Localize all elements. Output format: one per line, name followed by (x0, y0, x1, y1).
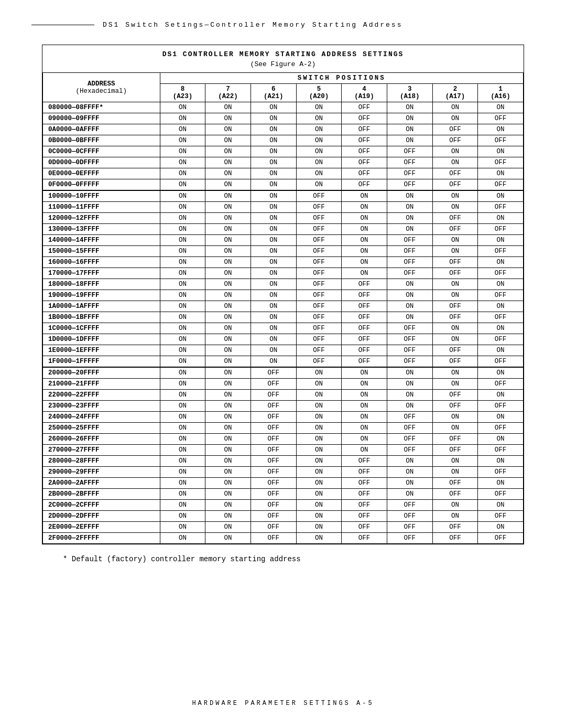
switch-val-row39-col4: OFF (342, 533, 387, 544)
table-row: 140000—14FFFFONONONOFFONOFFONON (43, 235, 524, 246)
table-row: 2F0000—2FFFFFONONOFFONOFFOFFOFFOFF (43, 533, 524, 544)
switch-val-row12-col1: ON (205, 235, 251, 246)
switch-val-row38-col2: OFF (251, 522, 296, 533)
switch-val-row6-col2: ON (251, 168, 296, 179)
switch-val-row32-col2: OFF (251, 456, 296, 467)
switch-val-row34-col6: OFF (432, 478, 478, 489)
table-row: 210000—21FFFFONONOFFONONONONOFF (43, 379, 524, 390)
switch-val-row19-col5: ON (387, 312, 432, 323)
switch-val-row19-col6: OFF (432, 312, 478, 323)
switch-val-row26-col3: ON (296, 390, 342, 401)
switch-val-row30-col2: OFF (251, 434, 296, 445)
switch-val-row30-col6: OFF (432, 434, 478, 445)
switch-val-row12-col0: ON (160, 235, 205, 246)
table-row: 100000—10FFFFONONONOFFONONONON (43, 190, 524, 202)
table-row: 0A0000—0AFFFFONONONONOFFONOFFON (43, 124, 524, 135)
switch-val-row7-col7: OFF (478, 179, 524, 191)
switch-val-row22-col2: ON (251, 345, 296, 356)
table-row: 220000—22FFFFONONOFFONONONOFFON (43, 390, 524, 401)
table-row: 0B0000—0BFFFFONONONONOFFONOFFOFF (43, 135, 524, 146)
switch-val-row24-col3: ON (296, 367, 342, 379)
switch-val-row28-col1: ON (205, 412, 251, 423)
switch-val-row25-col7: OFF (478, 379, 524, 390)
switch-val-row15-col6: OFF (432, 268, 478, 279)
switch-val-row5-col2: ON (251, 157, 296, 168)
switch-val-row5-col3: ON (296, 157, 342, 168)
address-cell: 290000—29FFFF (43, 467, 160, 478)
switch-val-row6-col4: OFF (342, 168, 387, 179)
switch-val-row20-col4: OFF (342, 323, 387, 334)
switch-val-row8-col2: ON (251, 190, 296, 202)
table-row: 090000—09FFFFONONONONOFFONONOFF (43, 113, 524, 124)
switch-val-row29-col3: ON (296, 423, 342, 434)
switch-val-row15-col5: OFF (387, 268, 432, 279)
switch-val-row14-col5: OFF (387, 257, 432, 268)
switch-val-row34-col7: ON (478, 478, 524, 489)
table-row: 2B0000—2BFFFFONONOFFONOFFONOFFOFF (43, 489, 524, 500)
switch-val-row32-col6: ON (432, 456, 478, 467)
switch-val-row0-col3: ON (296, 102, 342, 113)
switch-val-row4-col6: ON (432, 146, 478, 157)
table-row: 2E0000—2EFFFFONONOFFONOFFOFFOFFON (43, 522, 524, 533)
address-cell: 0B0000—0BFFFF (43, 135, 160, 146)
switch-val-row6-col6: OFF (432, 168, 478, 179)
switch-val-row39-col3: ON (296, 533, 342, 544)
switch-val-row37-col5: OFF (387, 511, 432, 522)
switch-val-row3-col5: ON (387, 135, 432, 146)
switch-val-row17-col7: OFF (478, 290, 524, 301)
switch-val-row39-col5: OFF (387, 533, 432, 544)
table-row: 120000—12FFFFONONONOFFONONOFFON (43, 213, 524, 224)
switch-val-row19-col4: OFF (342, 312, 387, 323)
table-row: 240000—24FFFFONONOFFONONOFFONON (43, 412, 524, 423)
switch-val-row4-col2: ON (251, 146, 296, 157)
switch-val-row6-col7: ON (478, 168, 524, 179)
switch-val-row6-col3: ON (296, 168, 342, 179)
switch-val-row33-col1: ON (205, 467, 251, 478)
address-cell: 120000—12FFFF (43, 213, 160, 224)
switch-val-row12-col3: OFF (296, 235, 342, 246)
switch-val-row34-col3: ON (296, 478, 342, 489)
switch-val-row28-col3: ON (296, 412, 342, 423)
switch-val-row20-col5: OFF (387, 323, 432, 334)
switch-val-row22-col1: ON (205, 345, 251, 356)
switch-val-row37-col6: ON (432, 511, 478, 522)
address-cell: 2E0000—2EFFFF (43, 522, 160, 533)
table-row: 1C0000—1CFFFFONONONOFFOFFOFFONON (43, 323, 524, 334)
address-cell: 100000—10FFFF (43, 190, 160, 202)
switch-val-row7-col6: OFF (432, 179, 478, 191)
address-cell: 220000—22FFFF (43, 390, 160, 401)
switch-val-row33-col5: ON (387, 467, 432, 478)
switch-val-row17-col5: ON (387, 290, 432, 301)
address-cell: 200000—20FFFF (43, 367, 160, 379)
switch-val-row13-col6: ON (432, 246, 478, 257)
switch-val-row1-col5: ON (387, 113, 432, 124)
switch-val-row28-col4: ON (342, 412, 387, 423)
switch-val-row19-col3: OFF (296, 312, 342, 323)
switch-val-row10-col2: ON (251, 213, 296, 224)
switch-val-row13-col0: ON (160, 246, 205, 257)
switch-val-row10-col7: ON (478, 213, 524, 224)
table-row: 200000—20FFFFONONOFFONONONONON (43, 367, 524, 379)
switch-val-row22-col0: ON (160, 345, 205, 356)
switch-val-row35-col6: OFF (432, 489, 478, 500)
header-line (31, 25, 94, 25)
switch-val-row16-col0: ON (160, 279, 205, 290)
switch-val-row27-col2: OFF (251, 401, 296, 412)
switch-val-row33-col0: ON (160, 467, 205, 478)
address-cell: 0D0000—0DFFFF (43, 157, 160, 168)
switch-val-row35-col0: ON (160, 489, 205, 500)
switch-val-row24-col2: OFF (251, 367, 296, 379)
switch-val-row1-col0: ON (160, 113, 205, 124)
switch-val-row23-col2: ON (251, 356, 296, 368)
switch-val-row18-col0: ON (160, 301, 205, 312)
switch-val-row7-col1: ON (205, 179, 251, 191)
switch-val-row1-col3: ON (296, 113, 342, 124)
switch-val-row27-col4: ON (342, 401, 387, 412)
switch-val-row28-col0: ON (160, 412, 205, 423)
switch-val-row28-col5: OFF (387, 412, 432, 423)
switch-val-row23-col7: OFF (478, 356, 524, 368)
switch-val-row20-col7: ON (478, 323, 524, 334)
switch-val-row4-col1: ON (205, 146, 251, 157)
switch-val-row32-col0: ON (160, 456, 205, 467)
address-cell: 280000—28FFFF (43, 456, 160, 467)
